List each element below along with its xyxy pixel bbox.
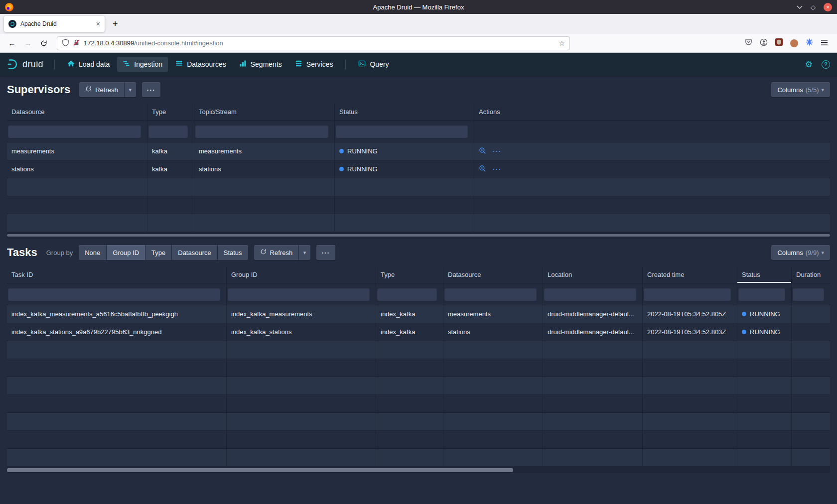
- window-maximize-button[interactable]: ◇: [811, 4, 816, 10]
- window-title: Apache Druid — Mozilla Firefox: [0, 3, 837, 11]
- tasks-table: Task ID Group ID Type Datasource Locatio…: [7, 266, 830, 467]
- empty-row: [7, 196, 830, 214]
- group-by-type-button[interactable]: Type: [145, 245, 171, 260]
- nav-datasources-label: Datasources: [187, 60, 226, 68]
- supervisor-status: RUNNING: [335, 142, 474, 160]
- bookmark-star-icon[interactable]: ☆: [558, 39, 565, 47]
- services-icon: [295, 60, 302, 69]
- nav-query-label: Query: [370, 60, 389, 68]
- column-header-datasource[interactable]: Datasource: [443, 266, 543, 283]
- scrollbar-thumb[interactable]: [7, 468, 513, 472]
- nav-services[interactable]: Services: [289, 57, 339, 72]
- task-row: index_kafka_measurements_a5616c5ba8afb8b…: [7, 305, 830, 323]
- row-more-actions-icon[interactable]: ···: [493, 147, 502, 155]
- ublock-extension-icon[interactable]: [775, 38, 783, 48]
- tasks-header-row: Task ID Group ID Type Datasource Locatio…: [7, 266, 830, 283]
- supervisors-columns-button[interactable]: Columns (5/5) ▾: [771, 82, 830, 97]
- topic-stream-filter-input[interactable]: [195, 125, 328, 138]
- supervisors-more-button[interactable]: ···: [142, 82, 161, 97]
- tasks-refresh-button[interactable]: Refresh: [254, 245, 299, 260]
- url-bar[interactable]: 172.18.0.4:30899/unified-console.html#in…: [57, 36, 570, 50]
- browser-toolbar: ← → 172.18.0.4:30899/unified-console.htm…: [0, 34, 837, 53]
- druid-logo[interactable]: druid: [7, 58, 43, 70]
- tasks-more-button[interactable]: ···: [316, 245, 335, 260]
- column-header-datasource[interactable]: Datasource: [7, 104, 147, 120]
- type-filter-input[interactable]: [377, 288, 437, 301]
- insecure-lock-icon[interactable]: [73, 39, 80, 48]
- created-time-filter-input[interactable]: [644, 288, 731, 301]
- supervisors-refresh-caret[interactable]: ▾: [124, 82, 136, 97]
- column-header-topic-stream[interactable]: Topic/Stream: [194, 104, 335, 120]
- datasource-filter-input[interactable]: [8, 125, 141, 138]
- supervisor-actions: ···: [474, 142, 830, 160]
- empty-row: [7, 359, 830, 377]
- column-header-location[interactable]: Location: [543, 266, 643, 283]
- group-by-datasource-button[interactable]: Datasource: [172, 245, 217, 260]
- supervisors-horizontal-scrollbar: [7, 232, 830, 239]
- pocket-icon[interactable]: [745, 38, 752, 48]
- empty-row: [7, 449, 830, 467]
- avatar-extension-icon[interactable]: [790, 39, 798, 47]
- account-icon[interactable]: [760, 38, 768, 48]
- supervisor-actions: ···: [474, 160, 830, 178]
- column-header-status[interactable]: Status: [335, 104, 474, 120]
- magnify-detail-icon[interactable]: [479, 147, 486, 156]
- settings-gear-icon[interactable]: ⚙: [805, 59, 813, 70]
- window-close-button[interactable]: ×: [824, 3, 832, 11]
- back-button[interactable]: ←: [5, 39, 19, 47]
- duration-filter-input[interactable]: [793, 288, 824, 301]
- scrollbar-thumb[interactable]: [7, 234, 830, 237]
- menu-icon[interactable]: [821, 39, 828, 48]
- group-by-label: Group by: [46, 249, 73, 256]
- location-filter-input[interactable]: [544, 288, 636, 301]
- task-id-filter-input[interactable]: [8, 288, 220, 301]
- tracking-shield-icon[interactable]: [62, 39, 69, 48]
- group-by-group-id-button[interactable]: Group ID: [107, 245, 145, 260]
- datasource-filter-input[interactable]: [444, 288, 537, 301]
- task-group-id: index_kafka_stations: [227, 323, 376, 341]
- row-more-actions-icon[interactable]: ···: [493, 165, 502, 173]
- column-header-created-time[interactable]: Created time: [643, 266, 737, 283]
- column-header-duration[interactable]: Duration: [792, 266, 830, 283]
- nav-services-label: Services: [306, 60, 333, 68]
- status-filter-input[interactable]: [336, 125, 468, 138]
- magnify-detail-icon[interactable]: [479, 165, 486, 174]
- refresh-icon: [85, 86, 92, 94]
- nav-datasources[interactable]: Datasources: [170, 57, 232, 72]
- tab-bar: Apache Druid × +: [0, 14, 837, 34]
- nav-load-data-label: Load data: [79, 60, 110, 68]
- tasks-refresh-caret[interactable]: ▾: [298, 245, 310, 260]
- tasks-title: Tasks: [7, 246, 37, 259]
- type-filter-input[interactable]: [148, 125, 188, 138]
- nav-segments[interactable]: Segments: [234, 57, 287, 72]
- nav-ingestion[interactable]: Ingestion: [117, 57, 168, 72]
- browser-tab-apache-druid[interactable]: Apache Druid ×: [4, 16, 105, 32]
- status-filter-input[interactable]: [738, 288, 785, 301]
- nav-load-data[interactable]: Load data: [62, 57, 115, 72]
- tab-close-icon[interactable]: ×: [96, 20, 100, 28]
- tasks-refresh-split-button: Refresh ▾: [254, 245, 311, 260]
- task-duration: [792, 305, 830, 323]
- supervisor-topic: stations: [194, 160, 335, 178]
- new-tab-button[interactable]: +: [110, 19, 121, 29]
- tasks-columns-button[interactable]: Columns (9/9) ▾: [771, 245, 830, 260]
- status-text: RUNNING: [347, 147, 378, 155]
- forward-button[interactable]: →: [21, 39, 35, 47]
- group-by-status-button[interactable]: Status: [218, 245, 248, 260]
- supervisors-refresh-button[interactable]: Refresh: [79, 82, 124, 97]
- column-header-status-sorted[interactable]: Status: [737, 266, 792, 283]
- column-header-type[interactable]: Type: [147, 104, 194, 120]
- segments-icon: [239, 60, 247, 69]
- group-id-filter-input[interactable]: [228, 288, 370, 301]
- column-header-type[interactable]: Type: [376, 266, 443, 283]
- nav-query[interactable]: Query: [353, 57, 394, 72]
- pinwheel-extension-icon[interactable]: [806, 38, 813, 48]
- group-by-none-button[interactable]: None: [79, 245, 106, 260]
- column-header-actions[interactable]: Actions: [474, 104, 830, 120]
- window-minimize-button[interactable]: [797, 5, 803, 9]
- task-id: index_kafka_measurements_a5616c5ba8afb8b…: [7, 305, 227, 323]
- column-header-group-id[interactable]: Group ID: [227, 266, 376, 283]
- help-icon[interactable]: ?: [822, 60, 830, 69]
- column-header-task-id[interactable]: Task ID: [7, 266, 227, 283]
- reload-button[interactable]: [37, 40, 51, 47]
